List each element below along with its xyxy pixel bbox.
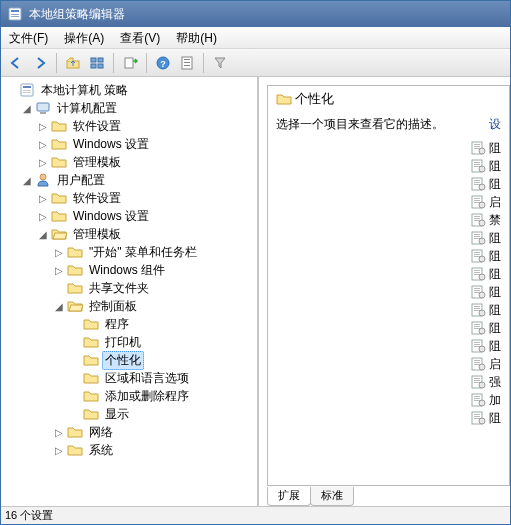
setting-item[interactable]: 启 [468,193,509,211]
tree-item[interactable]: ▷Windows 组件 [53,261,255,279]
svg-rect-100 [474,416,480,417]
policy-item-icon [470,212,486,228]
tree-item[interactable]: ▷管理模板 [37,153,255,171]
svg-rect-24 [474,144,480,145]
setting-item[interactable]: 启 [468,355,509,373]
tab-extended[interactable]: 扩展 [267,487,311,506]
up-button[interactable] [62,52,84,74]
svg-rect-8 [98,64,103,68]
setting-label: 阻 [489,140,501,157]
setting-item[interactable]: 阻 [468,139,509,157]
tree-item[interactable]: ▷程序 [69,315,255,333]
menu-help[interactable]: 帮助(H) [168,27,225,49]
expand-icon[interactable]: ▷ [37,192,49,204]
description-text: 选择一个项目来查看它的描述。 [276,116,444,133]
tree-item[interactable]: ▷显示 [69,405,255,423]
svg-rect-66 [474,292,480,293]
folder-icon [83,406,99,422]
app-icon [7,6,23,22]
svg-rect-46 [474,220,480,221]
policy-item-icon [470,140,486,156]
setting-label: 启 [489,194,501,211]
filter-button[interactable] [209,52,231,74]
policy-item-icon [470,176,486,192]
setting-item[interactable]: 强 [468,373,509,391]
tree-admin-templates[interactable]: ◢管理模板 [37,225,255,243]
expand-icon[interactable]: ▷ [37,138,49,150]
forward-button[interactable] [29,52,51,74]
tree-user-config[interactable]: ◢ 用户配置 [21,171,255,189]
tree-item[interactable]: ▷打印机 [69,333,255,351]
tree-item[interactable]: ▷"开始" 菜单和任务栏 [53,243,255,261]
svg-point-87 [479,364,485,370]
tab-standard[interactable]: 标准 [310,487,354,506]
expand-icon[interactable]: ▷ [53,264,65,276]
tree-personalization[interactable]: ▷个性化 [69,351,255,369]
tree-computer-config[interactable]: ◢ 计算机配置 [21,99,255,117]
collapse-icon[interactable]: ◢ [21,102,33,114]
setting-item[interactable]: 禁 [468,211,509,229]
svg-rect-49 [474,234,480,235]
setting-item[interactable]: 阻 [468,337,509,355]
tree-item[interactable]: ▷软件设置 [37,189,255,207]
collapse-icon[interactable]: ◢ [21,174,33,186]
setting-label: 阻 [489,302,501,319]
policy-item-icon [470,338,486,354]
policy-item-icon [470,356,486,372]
setting-column-header[interactable]: 设 [489,116,501,133]
svg-rect-74 [474,324,480,325]
setting-item[interactable]: 阻 [468,247,509,265]
svg-rect-13 [184,59,190,60]
setting-item[interactable]: 阻 [468,265,509,283]
folder-icon [83,316,99,332]
setting-item[interactable]: 阻 [468,409,509,427]
expand-icon[interactable]: ▷ [37,120,49,132]
tree-item[interactable]: ▷Windows 设置 [37,207,255,225]
svg-rect-86 [474,364,480,365]
tree-pane[interactable]: ▸ 本地计算机 策略 ◢ 计算机配置 [1,77,259,506]
menu-file[interactable]: 文件(F) [1,27,56,49]
setting-item[interactable]: 阻 [468,229,509,247]
policy-item-icon [470,374,486,390]
expand-icon[interactable]: ▷ [53,426,65,438]
setting-item[interactable]: 阻 [468,283,509,301]
folder-icon [83,370,99,386]
tree-root[interactable]: ▸ 本地计算机 策略 [5,81,255,99]
expand-icon[interactable]: ▷ [37,210,49,222]
svg-point-27 [479,148,485,154]
setting-label: 阻 [489,158,501,175]
svg-rect-96 [474,400,480,401]
collapse-icon[interactable]: ◢ [37,228,49,240]
setting-item[interactable]: 阻 [468,301,509,319]
menu-action[interactable]: 操作(A) [56,27,112,49]
views-button[interactable] [86,52,108,74]
svg-rect-71 [474,310,480,311]
menu-view[interactable]: 查看(V) [112,27,168,49]
expand-icon[interactable]: ▷ [53,444,65,456]
expand-icon[interactable]: ▷ [37,156,49,168]
properties-button[interactable] [176,52,198,74]
setting-item[interactable]: 阻 [468,175,509,193]
tree-item[interactable]: ▷添加或删除程序 [69,387,255,405]
setting-item[interactable]: 阻 [468,319,509,337]
tree-item[interactable]: ▷Windows 设置 [37,135,255,153]
tree-item[interactable]: ▷软件设置 [37,117,255,135]
help-button[interactable]: ? [152,52,174,74]
export-button[interactable] [119,52,141,74]
folder-icon [67,424,83,440]
tree-item[interactable]: ▷共享文件夹 [53,279,255,297]
settings-list[interactable]: 阻阻阻启禁阻阻阻阻阻阻阻启强加阻 [268,139,509,485]
help-icon: ? [155,55,171,71]
setting-item[interactable]: 阻 [468,157,509,175]
tree-item[interactable]: ▷区域和语言选项 [69,369,255,387]
setting-item[interactable]: 加 [468,391,509,409]
svg-point-62 [479,274,485,280]
status-bar: 16 个设置 [1,506,510,524]
tree-control-panel[interactable]: ◢控制面板 [53,297,255,315]
folder-icon [51,190,67,206]
back-button[interactable] [5,52,27,74]
collapse-icon[interactable]: ◢ [53,300,65,312]
tree-item[interactable]: ▷系统 [53,441,255,459]
tree-item[interactable]: ▷网络 [53,423,255,441]
expand-icon[interactable]: ▷ [53,246,65,258]
